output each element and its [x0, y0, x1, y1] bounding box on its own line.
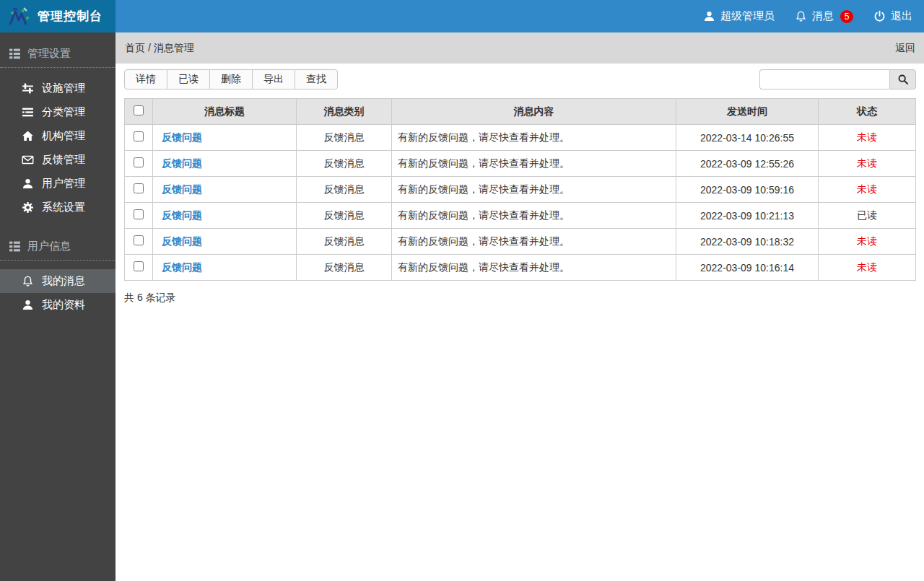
search-button[interactable] [889, 69, 916, 89]
sidebar-item-system-settings[interactable]: 系统设置 [0, 196, 116, 219]
sidebar-item-label: 系统设置 [42, 201, 85, 214]
sidebar-item-label: 我的消息 [42, 274, 85, 288]
message-title-link[interactable]: 反馈问题 [162, 235, 202, 247]
power-icon [873, 10, 886, 22]
message-status: 未读 [819, 125, 916, 151]
toolbar-button-group: 详情已读删除导出查找 [124, 69, 338, 89]
message-title-link[interactable]: 反馈问题 [162, 209, 202, 221]
messages-button[interactable]: 消息 5 [795, 9, 853, 23]
app-logo: 管理控制台 [0, 0, 116, 32]
back-link[interactable]: 返回 [895, 42, 915, 55]
table-row: 反馈问题反馈消息有新的反馈问题，请尽快查看并处理。2022-03-09 10:1… [125, 255, 916, 281]
column-header: 消息类别 [297, 99, 392, 125]
sidebar-item-organizations[interactable]: 机构管理 [0, 124, 116, 148]
column-header: 发送时间 [676, 99, 819, 125]
table-row: 反馈问题反馈消息有新的反馈问题，请尽快查看并处理。2022-03-14 10:2… [125, 125, 916, 151]
select-all-checkbox[interactable] [134, 105, 144, 115]
row-checkbox[interactable] [134, 131, 144, 141]
header-actions: 超级管理员 消息 5 退出 [703, 0, 924, 32]
app-logo-icon [7, 6, 32, 27]
sidebar-section-title: 用户信息 [0, 231, 116, 261]
content-area: 首页 / 消息管理 返回 详情已读删除导出查找 [116, 32, 924, 581]
message-time: 2022-03-09 10:21:13 [676, 203, 819, 229]
list-icon [22, 106, 34, 118]
row-checkbox[interactable] [134, 235, 144, 245]
record-count: 共 6 条记录 [116, 281, 924, 315]
message-time: 2022-03-09 12:55:26 [676, 151, 819, 177]
breadcrumb: 首页 / 消息管理 [125, 42, 194, 55]
column-header: 消息内容 [392, 99, 676, 125]
sidebar: 管理设置设施管理分类管理机构管理反馈管理用户管理系统设置用户信息我的消息我的资料 [0, 32, 116, 581]
sidebar-item-users[interactable]: 用户管理 [0, 172, 116, 196]
toolbar-button-find[interactable]: 查找 [295, 69, 338, 89]
message-title-link[interactable]: 反馈问题 [162, 183, 202, 195]
sidebar-section: 用户信息我的消息我的资料 [0, 231, 116, 317]
sidebar-section: 管理设置设施管理分类管理机构管理反馈管理用户管理系统设置 [0, 38, 116, 219]
main-area: 管理设置设施管理分类管理机构管理反馈管理用户管理系统设置用户信息我的消息我的资料… [0, 32, 924, 581]
sidebar-item-feedback[interactable]: 反馈管理 [0, 148, 116, 172]
row-checkbox[interactable] [134, 209, 144, 219]
logout-label: 退出 [891, 9, 912, 23]
select-all-cell [125, 99, 153, 125]
message-category: 反馈消息 [297, 125, 392, 151]
sidebar-item-my-profile[interactable]: 我的资料 [0, 293, 116, 317]
toolbar: 详情已读删除导出查找 [116, 64, 924, 98]
message-status: 未读 [819, 151, 916, 177]
message-time: 2022-03-09 10:18:32 [676, 229, 819, 255]
message-title-link[interactable]: 反馈问题 [162, 157, 202, 169]
message-category: 反馈消息 [297, 229, 392, 255]
message-time: 2022-03-14 10:26:55 [676, 125, 819, 151]
message-time: 2022-03-09 10:59:16 [676, 177, 819, 203]
toolbar-button-details[interactable]: 详情 [124, 69, 167, 89]
sliders-icon [22, 82, 34, 95]
toolbar-button-export[interactable]: 导出 [252, 69, 295, 89]
sidebar-item-categories[interactable]: 分类管理 [0, 100, 116, 124]
sidebar-item-label: 我的资料 [42, 298, 85, 312]
message-content: 有新的反馈问题，请尽快查看并处理。 [392, 151, 676, 177]
gear-icon [22, 201, 34, 214]
user-icon [22, 299, 34, 311]
bell-icon [795, 10, 807, 22]
message-category: 反馈消息 [297, 151, 392, 177]
breadcrumb-bar: 首页 / 消息管理 返回 [116, 32, 924, 64]
current-user-label: 超级管理员 [720, 9, 775, 23]
message-content: 有新的反馈问题，请尽快查看并处理。 [392, 125, 676, 151]
table-row: 反馈问题反馈消息有新的反馈问题，请尽快查看并处理。2022-03-09 10:5… [125, 177, 916, 203]
sidebar-item-my-messages[interactable]: 我的消息 [0, 269, 116, 293]
message-category: 反馈消息 [297, 177, 392, 203]
menu-icon [9, 240, 21, 253]
message-content: 有新的反馈问题，请尽快查看并处理。 [392, 177, 676, 203]
home-icon [22, 130, 34, 142]
message-category: 反馈消息 [297, 255, 392, 281]
table-row: 反馈问题反馈消息有新的反馈问题，请尽快查看并处理。2022-03-09 10:1… [125, 229, 916, 255]
sidebar-section-title: 管理设置 [0, 38, 116, 68]
sidebar-item-label: 用户管理 [42, 177, 85, 191]
message-title-link[interactable]: 反馈问题 [162, 131, 202, 143]
envelope-icon [22, 154, 34, 166]
message-status: 已读 [819, 203, 916, 229]
search-input[interactable] [759, 69, 889, 89]
message-time: 2022-03-09 10:16:14 [676, 255, 819, 281]
row-checkbox[interactable] [134, 157, 144, 167]
message-status: 未读 [819, 177, 916, 203]
message-title-link[interactable]: 反馈问题 [162, 261, 202, 273]
logout-button[interactable]: 退出 [873, 9, 912, 23]
bell-icon [22, 275, 34, 287]
row-checkbox[interactable] [134, 183, 144, 193]
toolbar-button-mark-read[interactable]: 已读 [167, 69, 210, 89]
sidebar-item-label: 设施管理 [42, 82, 85, 95]
sidebar-item-label: 机构管理 [42, 129, 85, 143]
message-status: 未读 [819, 229, 916, 255]
user-icon [703, 10, 715, 22]
sidebar-item-facilities[interactable]: 设施管理 [0, 77, 116, 100]
current-user-button[interactable]: 超级管理员 [703, 9, 775, 23]
messages-badge: 5 [840, 10, 853, 23]
message-content: 有新的反馈问题，请尽快查看并处理。 [392, 229, 676, 255]
message-status: 未读 [819, 255, 916, 281]
search-box [759, 69, 916, 89]
row-checkbox[interactable] [134, 261, 144, 271]
messages-label: 消息 [812, 9, 834, 23]
message-content: 有新的反馈问题，请尽快查看并处理。 [392, 255, 676, 281]
app-root: 管理控制台 超级管理员 消息 5 退出 [0, 0, 924, 581]
toolbar-button-delete[interactable]: 删除 [209, 69, 253, 89]
